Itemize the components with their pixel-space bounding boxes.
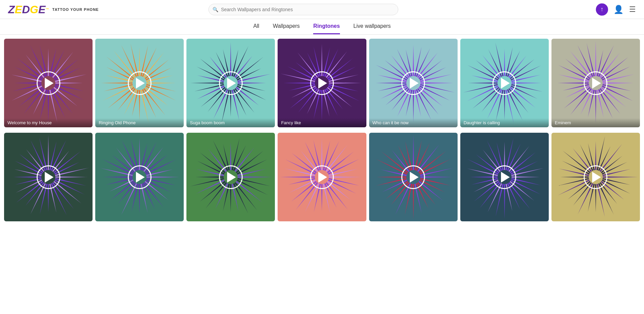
logo-z: Z xyxy=(8,4,15,15)
logo-tm: ™ xyxy=(45,8,49,11)
ringtone-card[interactable]: Eminem xyxy=(551,39,640,127)
nav-wallpapers[interactable]: Wallpapers xyxy=(273,23,300,34)
play-icon xyxy=(318,78,327,89)
content-grid-row2 xyxy=(0,131,644,223)
ringtone-card[interactable]: Ringing Old Phone xyxy=(95,39,184,127)
ringtone-card[interactable]: Fancy like xyxy=(278,39,366,127)
play-button[interactable] xyxy=(492,71,516,95)
play-icon xyxy=(318,172,327,183)
ringtone-card[interactable] xyxy=(95,133,184,221)
play-icon xyxy=(501,172,510,183)
ringtone-card[interactable] xyxy=(186,133,275,221)
play-icon xyxy=(592,172,601,183)
play-icon xyxy=(410,172,419,183)
ringtone-card[interactable] xyxy=(4,133,93,221)
ringtone-card[interactable] xyxy=(460,133,549,221)
nav-live-wallpapers[interactable]: Live wallpapers xyxy=(354,23,391,34)
play-button[interactable] xyxy=(492,165,516,189)
menu-icon[interactable]: ☰ xyxy=(629,5,636,14)
play-button[interactable] xyxy=(219,71,243,95)
play-button[interactable] xyxy=(401,165,425,189)
header-actions: ↑ 👤 ☰ xyxy=(596,3,636,16)
ringtone-card[interactable] xyxy=(551,133,640,221)
search-icon: 🔍 xyxy=(213,7,218,12)
search-input[interactable] xyxy=(208,4,398,15)
play-button[interactable] xyxy=(310,71,334,95)
play-button[interactable] xyxy=(401,71,425,95)
user-icon[interactable]: 👤 xyxy=(613,5,624,14)
play-button[interactable] xyxy=(128,165,152,189)
play-icon xyxy=(501,78,510,89)
play-icon xyxy=(45,78,54,89)
play-button[interactable] xyxy=(584,165,607,189)
ringtone-card[interactable]: Welcome to my House xyxy=(4,39,93,127)
ringtone-card[interactable] xyxy=(278,133,366,221)
logo-e1: E xyxy=(15,4,22,15)
logo[interactable]: Z E D G E ™ TATTOO YOUR PHONE xyxy=(8,4,99,15)
play-button[interactable] xyxy=(37,71,60,95)
content-grid: Welcome to my House Ringing Old Phone Su… xyxy=(0,37,644,129)
ringtone-card[interactable]: Suga boom boom xyxy=(186,39,275,127)
header: Z E D G E ™ TATTOO YOUR PHONE 🔍 ↑ 👤 ☰ xyxy=(0,0,644,19)
logo-e2: E xyxy=(38,4,45,15)
upload-button[interactable]: ↑ xyxy=(596,3,608,16)
search-bar: 🔍 xyxy=(208,4,398,15)
nav-all[interactable]: All xyxy=(253,23,259,34)
tagline: TATTOO YOUR PHONE xyxy=(52,7,99,12)
play-icon xyxy=(227,172,236,183)
ringtone-card[interactable]: Who can it be now xyxy=(369,39,458,127)
play-button[interactable] xyxy=(37,165,60,189)
play-button[interactable] xyxy=(219,165,243,189)
play-button[interactable] xyxy=(584,71,607,95)
ringtone-card[interactable] xyxy=(369,133,458,221)
logo-g: G xyxy=(30,4,38,15)
logo-d: D xyxy=(22,4,30,15)
play-icon xyxy=(136,172,145,183)
play-icon xyxy=(592,78,601,89)
play-icon xyxy=(45,172,54,183)
play-icon xyxy=(136,78,145,89)
play-icon xyxy=(227,78,236,89)
ringtone-card[interactable]: Daughter is calling xyxy=(460,39,549,127)
main-nav: All Wallpapers Ringtones Live wallpapers xyxy=(0,19,644,35)
play-button[interactable] xyxy=(310,165,334,189)
play-button[interactable] xyxy=(128,71,152,95)
play-icon xyxy=(410,78,419,89)
nav-ringtones[interactable]: Ringtones xyxy=(313,23,340,34)
